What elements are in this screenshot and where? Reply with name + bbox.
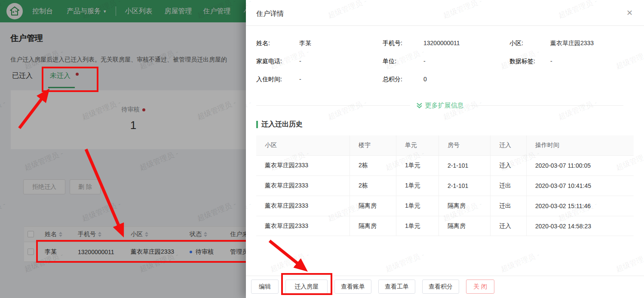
drawer-footer: 编辑 迁入房屋 查看账单 查看工单 查看积分 关 闭 — [251, 280, 494, 294]
field-label-data-tag: 数据标签: — [509, 58, 535, 65]
field-value-data-tag: - — [550, 58, 552, 65]
field-value-name: 李某 — [299, 40, 311, 47]
hist-col-direction: 迁入 — [491, 135, 527, 155]
resident-detail-drawer: 住户详情 ✕ 姓名: 李某 手机号: 13200000011 小区: 薰衣草庄园… — [246, 0, 644, 298]
hist-col-room: 房号 — [439, 135, 491, 155]
field-label-community: 小区: — [509, 40, 523, 47]
field-value-community: 薰衣草庄园2333 — [550, 40, 594, 47]
hist-col-time: 操作时间 — [527, 135, 634, 155]
app-root: 控制台 产品与服务 ▾ 小区列表 房屋管理 住户管理 小区 住户管理 住户迁入房… — [0, 0, 644, 298]
field-label-unit: 单位: — [383, 58, 396, 65]
history-row: 薰衣草庄园2333 2栋 1单元 2-1-101 迁入 2020-03-07 1… — [256, 155, 634, 175]
field-label-total-points: 总积分: — [383, 76, 402, 83]
history-section-title: 迁入迁出历史 — [256, 120, 303, 129]
drawer-title: 住户详情 — [256, 9, 284, 18]
field-label-move-in-time: 入住时间: — [256, 76, 282, 83]
history-header-row: 小区 楼宇 单元 房号 迁入 操作时间 — [256, 135, 634, 155]
view-bills-button[interactable]: 查看账单 — [334, 280, 371, 294]
field-label-phone: 手机号: — [383, 40, 402, 47]
history-table: 小区 楼宇 单元 房号 迁入 操作时间 薰衣草庄园2333 2栋 1单元 2-1… — [256, 135, 634, 236]
hist-col-building: 楼宇 — [350, 135, 396, 155]
history-row: 薰衣草庄园2333 隔离房 1单元 隔离房 迁出 2020-03-02 15:1… — [256, 196, 634, 216]
view-points-button[interactable]: 查看积分 — [422, 280, 459, 294]
field-value-home-phone: - — [299, 58, 301, 65]
expand-divider: 更多扩展信息 — [256, 101, 623, 110]
view-work-orders-button[interactable]: 查看工单 — [378, 280, 415, 294]
field-label-name: 姓名: — [256, 40, 270, 47]
footer-divider — [246, 276, 644, 276]
close-button[interactable]: 关 闭 — [466, 280, 494, 294]
move-in-house-button[interactable]: 迁入房屋 — [285, 280, 328, 294]
field-value-unit: - — [423, 58, 426, 65]
section-accent-bar — [256, 121, 258, 128]
close-icon[interactable]: ✕ — [626, 9, 633, 17]
hist-col-community: 小区 — [256, 135, 350, 155]
drawer-header: 住户详情 ✕ — [246, 0, 644, 26]
history-row: 薰衣草庄园2333 隔离房 1单元 隔离房 迁入 2020-03-02 14:5… — [256, 216, 634, 236]
more-info-link[interactable]: 更多扩展信息 — [416, 101, 464, 110]
edit-button[interactable]: 编辑 — [251, 280, 279, 294]
field-value-total-points: 0 — [423, 76, 427, 83]
field-value-phone: 13200000011 — [423, 40, 460, 46]
double-chevron-down-icon — [416, 102, 423, 109]
hist-col-unit: 单元 — [396, 135, 439, 155]
field-label-home-phone: 家庭电话: — [256, 58, 282, 65]
history-row: 薰衣草庄园2333 2栋 1单元 2-1-101 迁出 2020-03-07 1… — [256, 175, 634, 196]
field-value-move-in-time: - — [299, 76, 301, 83]
